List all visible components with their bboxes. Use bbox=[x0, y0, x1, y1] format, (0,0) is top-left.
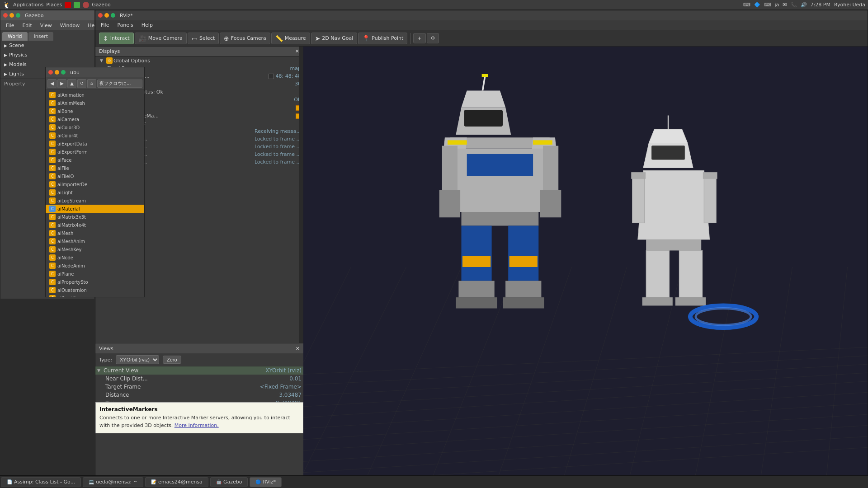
tab-insert[interactable]: Insert bbox=[28, 32, 54, 41]
lights-label: Lights bbox=[9, 71, 24, 77]
rviz-menu-help[interactable]: Help bbox=[138, 21, 156, 29]
ubuntu-item-aiFace[interactable]: C aiFace bbox=[46, 156, 144, 164]
ubuntu-item-aiQuatKey[interactable]: C aiQuatKey bbox=[46, 294, 144, 297]
gazebo-max-btn[interactable] bbox=[16, 13, 20, 18]
focus-camera-label: Focus Camera bbox=[231, 35, 266, 41]
target-frame-row[interactable]: Target Frame <Fixed Frame> bbox=[95, 383, 303, 391]
gazebo-min-btn[interactable] bbox=[9, 13, 14, 18]
viewport[interactable] bbox=[303, 47, 868, 488]
forward-btn[interactable]: ▶ bbox=[57, 79, 66, 88]
ubuntu-item-aiImporterDe[interactable]: C aiImporterDe bbox=[46, 180, 144, 188]
ubuntu-item-aiNode[interactable]: C aiNode bbox=[46, 253, 144, 262]
file-icon: C bbox=[49, 254, 56, 261]
nav-goal-btn[interactable]: ➤ 2D Nav Goal bbox=[311, 33, 358, 44]
global-status-label: Global Status: Ok bbox=[120, 89, 301, 95]
gazebo-menu-edit[interactable]: Edit bbox=[19, 22, 35, 29]
views-zero-btn[interactable]: Zero bbox=[163, 356, 181, 364]
taskbar-assimp[interactable]: 📄 Assimp: Class List - Go... bbox=[1, 477, 81, 487]
gazebo-close-btn[interactable] bbox=[3, 13, 8, 18]
focus-camera-icon: ⊕ bbox=[224, 35, 229, 42]
ubuntu-item-aiColor3D[interactable]: C aiColor3D bbox=[46, 123, 144, 131]
more-info-link[interactable]: More Information. bbox=[175, 422, 219, 428]
ubuntu-close-btn[interactable] bbox=[48, 70, 53, 75]
measure-btn[interactable]: 📏 Measure bbox=[271, 33, 310, 44]
ubuntu-item-aiColor4t[interactable]: C aiColor4t bbox=[46, 131, 144, 140]
publish-point-btn[interactable]: 📍 Publish Point bbox=[358, 33, 407, 44]
ubuntu-item-aiMatrix3x3t[interactable]: C aiMatrix3x3t bbox=[46, 213, 144, 221]
current-view-row[interactable]: ▼ Current View XYOrbit (rviz) bbox=[95, 366, 303, 375]
physics-section-header[interactable]: ▶ Physics bbox=[0, 51, 94, 59]
ubuntu-max-btn[interactable] bbox=[61, 70, 66, 75]
views-close-icon[interactable]: ✕ bbox=[296, 346, 300, 352]
svg-rect-51 bbox=[651, 146, 684, 160]
taskbar-rviz[interactable]: 🔵 RViz* bbox=[250, 477, 282, 487]
up-btn[interactable]: ▲ bbox=[67, 79, 76, 88]
plus-btn[interactable]: + bbox=[413, 33, 425, 43]
ubuntu-item-aiNodeAnim[interactable]: C aiNodeAnim bbox=[46, 262, 144, 270]
refresh-btn[interactable]: ↺ bbox=[77, 79, 86, 88]
taskbar-emacs[interactable]: 📝 emacs24@mensa bbox=[145, 477, 208, 487]
ubuntu-item-aiPlane[interactable]: C aiPlane bbox=[46, 270, 144, 278]
taskbar-terminal[interactable]: 💻 ueda@mensa: ~ bbox=[83, 477, 143, 487]
keyboard2-icon: ⌨ bbox=[764, 2, 771, 8]
ubuntu-item-aiQuaternion[interactable]: C aiQuaternion bbox=[46, 286, 144, 294]
rviz-menu-file[interactable]: File bbox=[97, 21, 113, 29]
distance-row[interactable]: Distance 3.03487 bbox=[95, 391, 303, 399]
bg-color-value: 48; 48; 48 bbox=[269, 73, 301, 79]
applications-menu[interactable]: Applications bbox=[13, 2, 43, 8]
interact-icon: ↕ bbox=[103, 35, 108, 42]
ubuntu-item-aiPropertySto[interactable]: C aiPropertySto bbox=[46, 278, 144, 286]
scene-section-header[interactable]: ▶ Scene bbox=[0, 42, 94, 49]
gazebo-menu-file[interactable]: File bbox=[2, 22, 18, 29]
rviz-body: Displays ✕ ▼ ⚙ Global Options Fixed Fram… bbox=[95, 47, 868, 488]
rviz-max-btn[interactable] bbox=[111, 13, 115, 18]
views-type-select[interactable]: XYOrbit (rviz) bbox=[116, 355, 159, 364]
ubuntu-item-aiFile[interactable]: C aiFile bbox=[46, 164, 144, 172]
ubuntu-item-aiExportForm[interactable]: C aiExportForm bbox=[46, 148, 144, 156]
svg-marker-23 bbox=[462, 91, 506, 108]
ubuntu-item-aiMeshKey[interactable]: C aiMeshKey bbox=[46, 245, 144, 253]
taskbar-gazebo[interactable]: 🤖 Gazebo bbox=[210, 477, 248, 487]
info-box: InteractiveMarkers Connects to one or mo… bbox=[95, 402, 303, 433]
move-camera-btn[interactable]: 🎥 Move Camera bbox=[135, 33, 187, 44]
home-btn[interactable]: ⌂ bbox=[87, 79, 96, 88]
svg-rect-32 bbox=[467, 154, 533, 176]
file-icon: C bbox=[49, 108, 56, 114]
gazebo-label[interactable]: Gazebo bbox=[92, 2, 111, 8]
ubuntu-item-aiAnimMesh[interactable]: C aiAnimMesh bbox=[46, 99, 144, 107]
file-icon: C bbox=[49, 230, 56, 236]
ubuntu-item-aiMatrix4x4t[interactable]: C aiMatrix4x4t bbox=[46, 221, 144, 229]
ubuntu-min-btn[interactable] bbox=[55, 70, 59, 75]
ubuntu-item-aiBone[interactable]: C aiBone bbox=[46, 107, 144, 115]
ubuntu-item-aiFileIO[interactable]: C aiFileIO bbox=[46, 172, 144, 180]
displays-close-icon[interactable]: ✕ bbox=[295, 48, 299, 54]
gazebo-titlebar: Gazebo bbox=[0, 10, 94, 20]
near-clip-row[interactable]: Near Clip Dist... 0.01 bbox=[95, 375, 303, 383]
sidebar-section-physics: ▶ Physics bbox=[0, 50, 94, 60]
global-options-row[interactable]: ▼ ⚙ Global Options bbox=[95, 56, 303, 65]
select-btn[interactable]: ▭ Select bbox=[188, 33, 219, 44]
interact-btn[interactable]: ↕ Interact bbox=[99, 33, 134, 44]
bluetooth-icon: 🔷 bbox=[754, 2, 760, 8]
file-icon: C bbox=[49, 214, 56, 220]
ubuntu-item-aiAnimation[interactable]: C aiAnimation bbox=[46, 91, 144, 99]
sidebar-section-scene: ▶ Scene bbox=[0, 41, 94, 50]
ubuntu-item-aiLogStream[interactable]: C aiLogStream bbox=[46, 197, 144, 205]
rviz-min-btn[interactable] bbox=[104, 13, 109, 18]
tab-world[interactable]: World bbox=[2, 32, 28, 41]
ubuntu-item-aiCamera[interactable]: C aiCamera bbox=[46, 115, 144, 123]
focus-camera-btn[interactable]: ⊕ Focus Camera bbox=[220, 33, 270, 44]
ubuntu-item-aiLight[interactable]: C aiLight bbox=[46, 188, 144, 197]
settings-btn[interactable]: ⚙ bbox=[427, 33, 439, 43]
rviz-menu-panels[interactable]: Panels bbox=[113, 21, 137, 29]
ubuntu-item-aiExportData[interactable]: C aiExportData bbox=[46, 140, 144, 148]
gazebo-menu-view[interactable]: View bbox=[37, 22, 56, 29]
ubuntu-item-aiMesh[interactable]: C aiMesh bbox=[46, 229, 144, 237]
gazebo-menu-window[interactable]: Window bbox=[57, 22, 83, 29]
ubuntu-item-aiMaterial[interactable]: C aiMaterial bbox=[46, 205, 144, 213]
apps-icon[interactable]: 🐧 bbox=[3, 1, 10, 9]
places-menu[interactable]: Places bbox=[46, 2, 62, 8]
ubuntu-item-aiMeshAnim[interactable]: C aiMeshAnim bbox=[46, 237, 144, 245]
back-btn[interactable]: ◀ bbox=[47, 79, 57, 88]
rviz-close-btn[interactable] bbox=[98, 13, 103, 18]
